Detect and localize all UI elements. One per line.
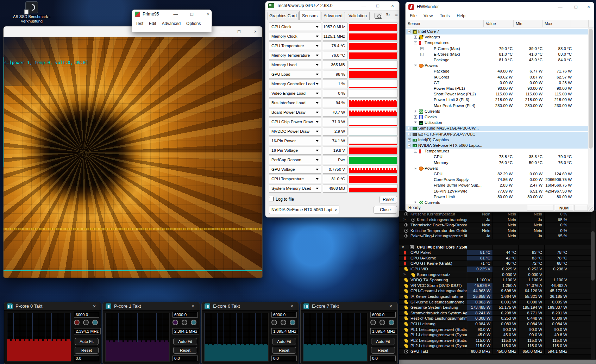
sensor-label-dropdown[interactable]: 16-Pin Power <box>269 137 321 145</box>
close-icon[interactable]: × <box>387 303 395 310</box>
collapse-icon[interactable]: − <box>414 167 417 170</box>
axis-max-field[interactable]: 6000.0 <box>271 312 297 318</box>
reset-button[interactable]: Reset <box>379 196 397 203</box>
tree-row[interactable]: Memory76.0 °C50.0 °C76.0 °C <box>406 160 589 166</box>
expand-icon[interactable]: + <box>408 127 411 130</box>
sensor-label-dropdown[interactable]: GPU Load <box>269 70 321 79</box>
tree-row[interactable]: −Temperatures <box>406 149 589 154</box>
sensor-row[interactable]: GPU-Takt600.0 MHz450.0 MHz650.0 MHz594.1… <box>399 349 591 354</box>
series-color-toggle[interactable] <box>74 320 80 325</box>
sensor-label-dropdown[interactable]: Memory Clock <box>269 32 321 40</box>
tree-row[interactable]: GT0.00 W0.00 W0.23 W <box>406 80 589 86</box>
tree-row[interactable]: Power Limit 3 (PL3)218.00 W218.00 W218.0… <box>406 97 589 103</box>
tree-row[interactable]: +E27-1TB-PHISON-SSD-V7QLC <box>406 132 589 137</box>
column-header-sensor[interactable]: Sensor <box>406 20 484 28</box>
axis-min-field[interactable]: 0.0 <box>74 356 99 361</box>
series-color-toggle[interactable] <box>271 320 277 325</box>
expand-icon[interactable]: + <box>414 36 417 39</box>
sensor-label-dropdown[interactable]: Memory Used <box>269 61 321 69</box>
tree-row[interactable]: Power Limit80.00 W80.00 W80.00 W <box>406 194 589 200</box>
sensor-label-dropdown[interactable]: System Memory Used <box>269 184 321 193</box>
tree-row[interactable]: Core Power Supply74.86 W0.00 W2066909.75… <box>406 177 589 183</box>
minimize-icon[interactable]: — <box>218 28 227 36</box>
collapse-icon[interactable]: − <box>414 150 417 153</box>
sensor-label-dropdown[interactable]: Bus Interface Load <box>269 99 321 107</box>
tree-row[interactable]: −Intel Core 7 <box>406 29 589 34</box>
close-icon[interactable]: × <box>288 303 296 310</box>
sensor-row[interactable]: VR VCC Strom (SVID IOUT)45.626 A1.250 A7… <box>399 283 591 289</box>
chevron-down-icon[interactable]: > <box>401 246 405 248</box>
menu-item-edit[interactable]: Edit <box>149 21 156 26</box>
graph-window-titlebar[interactable]: E-core 7 Takt× <box>301 302 397 310</box>
sensor-row[interactable]: CPU-Gesamt-Leistungsaufnahme44.963 W9.69… <box>399 288 591 294</box>
sensor-row[interactable]: CPU-Paket81 °C44 °C83 °C78 °C <box>399 250 591 256</box>
sensor-row[interactable]: Gesamte System-Leistung173.485 W51.175 W… <box>399 305 591 310</box>
sensor-row[interactable]: Kritische Temperatur des Gehäus...NeinNe… <box>399 228 591 234</box>
collapse-icon[interactable]: − <box>408 30 411 33</box>
maximize-icon[interactable]: □ <box>373 2 382 10</box>
tree-row[interactable]: 16-PIN 12VHPWR77.69 W6.51 W4294967.50 W <box>406 189 589 194</box>
series-color-toggle[interactable] <box>370 320 376 325</box>
chevron-right-icon[interactable]: > <box>403 272 406 276</box>
expand-icon[interactable]: + <box>420 47 424 50</box>
tree-row[interactable]: +Utilization <box>406 120 589 126</box>
axis-min-field[interactable]: 0.0 <box>271 356 297 361</box>
tree-row[interactable]: GPU82.29 W0.00 W124.69 W <box>406 171 589 177</box>
chevron-right-icon[interactable]: > <box>403 218 406 221</box>
sensor-row[interactable]: iGPU VID0.225 V0.225 V0.252 V0.238 V <box>399 266 591 272</box>
sensor-row[interactable]: VDDQ TX Spannung1.100 V1.100 V1.100 V1.1… <box>399 277 591 283</box>
sensor-row[interactable]: GT-Kerne Leistungsaufnahme0.003 W0.001 W… <box>399 300 591 305</box>
sensor-label-dropdown[interactable]: PerfCap Reason <box>269 156 321 164</box>
reset-button[interactable]: Reset <box>272 347 296 354</box>
tree-row[interactable]: Package81.0 °C43.0 °C84.0 °C <box>406 57 589 63</box>
series-color-toggle[interactable] <box>290 320 295 325</box>
auto-fit-button[interactable]: Auto Fit <box>173 338 197 345</box>
menu-item-file[interactable]: File <box>410 13 416 18</box>
maximize-icon[interactable]: □ <box>234 28 244 36</box>
auto-fit-button[interactable]: Auto Fit <box>371 338 395 345</box>
minimize-icon[interactable]: — <box>171 11 180 18</box>
menu-item-options[interactable]: Options <box>186 21 201 26</box>
sensor-row[interactable]: PL2-Leistungsgrenzwert (Dynami...115.0 W… <box>399 343 591 349</box>
sensor-label-dropdown[interactable]: GPU Clock <box>269 23 321 31</box>
tree-row[interactable]: −NVIDIA GeForce RTX 5060 Lapto... <box>406 143 589 149</box>
tree-row[interactable]: −Temperatures <box>406 40 589 46</box>
close-icon[interactable]: × <box>90 303 98 310</box>
series-color-toggle[interactable] <box>172 320 178 325</box>
collapse-icon[interactable]: − <box>414 41 417 44</box>
hwmonitor-titlebar[interactable]: HWMonitor — □ × <box>406 2 594 12</box>
series-color-toggle[interactable] <box>92 320 98 325</box>
resize-grip[interactable] <box>588 206 593 211</box>
reset-button[interactable]: Reset <box>371 347 395 354</box>
menu-item-test[interactable]: Test <box>136 21 143 26</box>
close-icon[interactable]: × <box>189 303 197 310</box>
sensor-row[interactable]: IA-Kerne Leistungsaufnahme35.858 W1.664 … <box>399 294 591 300</box>
gpu-device-select[interactable]: NVIDIA GeForce RTX 5060 Laptop GPU ∨ <box>269 206 339 214</box>
screenshot-camera-icon[interactable] <box>375 13 382 19</box>
sensor-row[interactable]: >Kern-Leistungsverbrauchsgre...JaNeinJa9… <box>399 217 591 223</box>
tree-row[interactable]: +Currents <box>406 109 589 114</box>
series-color-toggle[interactable] <box>182 320 187 325</box>
column-header-min[interactable]: Min <box>514 20 542 28</box>
tree-row[interactable]: GPU78.8 °C38.3 °C79.0 °C <box>406 154 589 160</box>
sensor-row[interactable]: Paket-/Ring-Leistungsgrenze übe...JaNein… <box>399 233 591 239</box>
collapse-icon[interactable]: − <box>414 64 417 67</box>
tab-advanced[interactable]: Advanced <box>321 12 345 20</box>
sensor-label-dropdown[interactable]: Video Engine Load <box>269 89 321 98</box>
series-color-toggle[interactable] <box>83 320 89 325</box>
series-color-toggle[interactable] <box>379 320 385 325</box>
sensor-row[interactable]: CPU GT-Kerne (Grafik)71 °C40 °C72 °C68 °… <box>399 261 591 266</box>
expand-icon[interactable]: + <box>414 121 417 124</box>
tree-row[interactable]: Short Power Max (PL2)115.00 W115.00 W115… <box>406 92 589 97</box>
scrollbar-thumb[interactable] <box>591 231 595 281</box>
collapse-icon[interactable]: − <box>408 144 411 147</box>
sensor-label-dropdown[interactable]: CPU Temperature <box>269 175 321 183</box>
sensor-row[interactable]: Stromverbrauch des System Agent8.241 W6.… <box>399 310 591 316</box>
prime95-titlebar[interactable]: Prime95 — □ × <box>132 10 212 19</box>
reset-button[interactable]: Reset <box>173 347 197 354</box>
column-header-max[interactable]: Max <box>542 20 571 28</box>
axis-max-field[interactable]: 6000.0 <box>172 312 198 318</box>
tab-graphics-card[interactable]: Graphics Card <box>268 12 299 20</box>
sensor-label-dropdown[interactable]: GPU Temperature <box>269 42 321 50</box>
gpuz-titlebar[interactable]: TechPowerUp GPU-Z 2.68.0 — □ × <box>265 1 399 11</box>
